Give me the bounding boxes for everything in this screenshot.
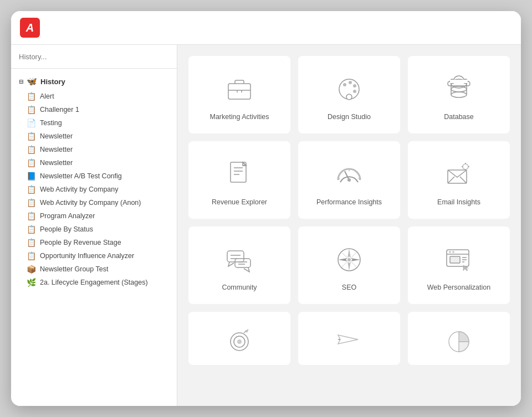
card-revenue-explorer[interactable]: Revenue Explorer: [188, 141, 290, 219]
performance-insights-icon: [332, 158, 366, 191]
sidebar-item-newsletter3[interactable]: 📋 Newsletter: [11, 156, 177, 169]
svg-line-28: [448, 177, 454, 183]
sidebar-item-label: Newsletter Group Test: [40, 265, 108, 273]
card-label: Marketing Activities: [210, 112, 269, 121]
partial2-icon: [332, 323, 366, 356]
svg-point-5: [343, 83, 346, 86]
card-marketing-activities[interactable]: Marketing Activities: [188, 56, 290, 133]
testing-icon: 📄: [27, 119, 36, 127]
web-personalization-icon: [442, 243, 475, 276]
sidebar-item-label: Web Activity by Company: [40, 186, 119, 193]
sidebar-nav: ⊟ 🦋 History 📋 Alert 📋 Challenger 1 📄 Tes…: [11, 69, 177, 406]
app-header: A: [11, 11, 521, 45]
newsletter1-icon: 📋: [27, 132, 36, 141]
svg-marker-45: [347, 261, 351, 271]
lifecycle-icon: 🌿: [27, 278, 36, 287]
card-email-insights[interactable]: Email Insights: [408, 141, 510, 219]
card-community[interactable]: Community: [188, 226, 290, 304]
svg-marker-43: [347, 249, 351, 258]
svg-point-7: [353, 84, 356, 87]
svg-rect-36: [235, 259, 250, 267]
challenger1-icon: 📋: [27, 105, 36, 114]
svg-line-50: [341, 262, 347, 267]
card-partial-1[interactable]: [188, 312, 290, 365]
sidebar-item-newsletter-ab[interactable]: 📘 Newsletter A/B Test Config: [11, 169, 177, 183]
web-activity-icon: 📋: [27, 185, 36, 194]
sidebar-item-label: Challenger 1: [40, 106, 79, 114]
card-partial-2[interactable]: [298, 312, 400, 365]
search-input[interactable]: [19, 53, 169, 61]
sidebar-item-label: People By Revenue Stage: [40, 239, 121, 246]
card-database[interactable]: Database: [408, 56, 510, 133]
svg-line-29: [460, 177, 467, 183]
svg-point-62: [237, 339, 242, 344]
people-by-revenue-icon: 📋: [27, 238, 36, 247]
card-label: Community: [222, 283, 257, 292]
marketing-activities-icon: [223, 73, 256, 106]
seo-icon: [332, 243, 366, 276]
svg-line-48: [351, 252, 357, 258]
svg-point-42: [347, 258, 351, 261]
card-label: Performance Insights: [316, 198, 382, 207]
main-content: Marketing Activities: [177, 45, 521, 406]
sidebar-item-opp-influence[interactable]: 📋 Opportunity Influence Analyzer: [11, 249, 177, 262]
svg-point-53: [449, 251, 451, 253]
sidebar-item-web-activity-anon[interactable]: 📋 Web Activity by Company (Anon): [11, 196, 177, 209]
email-insights-icon: [442, 158, 475, 191]
database-icon: [442, 73, 475, 106]
sidebar-item-program-analyzer[interactable]: 📋 Program Analyzer: [11, 209, 177, 223]
svg-marker-44: [351, 258, 360, 261]
svg-rect-35: [227, 251, 244, 262]
svg-marker-46: [338, 258, 347, 261]
history-section-header[interactable]: ⊟ 🦋 History: [11, 73, 177, 90]
sidebar-item-label: Alert: [40, 92, 54, 100]
svg-rect-55: [450, 256, 460, 263]
sidebar-item-testing[interactable]: 📄 Testing: [11, 116, 177, 130]
newsletter2-icon: 📋: [27, 145, 36, 154]
app-body: ⊟ 🦋 History 📋 Alert 📋 Challenger 1 📄 Tes…: [11, 45, 521, 406]
svg-point-6: [349, 81, 352, 84]
sidebar: ⊟ 🦋 History 📋 Alert 📋 Challenger 1 📄 Tes…: [11, 45, 177, 406]
sidebar-item-alert[interactable]: 📋 Alert: [11, 90, 177, 103]
design-studio-icon: [332, 73, 366, 106]
history-section-icon: 🦋: [27, 76, 37, 86]
sidebar-item-label: Web Activity by Company (Anon): [40, 199, 141, 207]
sidebar-item-web-activity[interactable]: 📋 Web Activity by Company: [11, 183, 177, 196]
search-container[interactable]: [11, 45, 177, 69]
sidebar-item-newsletter2[interactable]: 📋 Newsletter: [11, 143, 177, 156]
svg-line-47: [341, 252, 347, 258]
card-design-studio[interactable]: Design Studio: [298, 56, 400, 133]
card-performance-insights[interactable]: Performance Insights: [298, 141, 400, 219]
sidebar-item-label: Newsletter: [40, 146, 73, 153]
web-activity-anon-icon: 📋: [27, 198, 36, 207]
card-label: Design Studio: [328, 112, 371, 121]
card-label: Database: [444, 112, 474, 121]
newsletter-group-icon: 📦: [27, 265, 36, 274]
community-icon: [223, 243, 256, 276]
card-partial-3[interactable]: [408, 312, 510, 365]
toggle-icon: ⊟: [19, 79, 23, 85]
card-web-personalization[interactable]: Web Personalization: [408, 226, 510, 304]
partial3-icon: [442, 323, 475, 356]
svg-point-54: [452, 251, 454, 253]
card-label: Web Personalization: [427, 283, 490, 292]
card-label: Revenue Explorer: [212, 198, 267, 207]
sidebar-item-label: People By Status: [40, 225, 93, 233]
sidebar-item-lifecycle[interactable]: 🌿 2a. Lifecycle Engagement (Stages): [11, 276, 177, 289]
sidebar-item-people-by-revenue[interactable]: 📋 People By Revenue Stage: [11, 236, 177, 249]
app-grid: Marketing Activities: [188, 56, 510, 365]
card-seo[interactable]: SEO: [298, 226, 400, 304]
sidebar-item-people-by-status[interactable]: 📋 People By Status: [11, 223, 177, 236]
svg-point-9: [346, 94, 352, 100]
svg-marker-65: [338, 335, 358, 344]
sidebar-item-newsletter-group[interactable]: 📦 Newsletter Group Test: [11, 262, 177, 276]
partial1-icon: [223, 323, 256, 356]
sidebar-item-label: Newsletter: [40, 159, 73, 167]
svg-point-30: [463, 164, 468, 169]
sidebar-item-label: Opportunity Influence Analyzer: [40, 252, 134, 260]
revenue-explorer-icon: [223, 158, 256, 191]
adobe-logo-icon: A: [20, 18, 40, 38]
sidebar-item-newsletter1[interactable]: 📋 Newsletter: [11, 130, 177, 143]
sidebar-item-challenger1[interactable]: 📋 Challenger 1: [11, 103, 177, 116]
newsletter3-icon: 📋: [27, 158, 36, 167]
